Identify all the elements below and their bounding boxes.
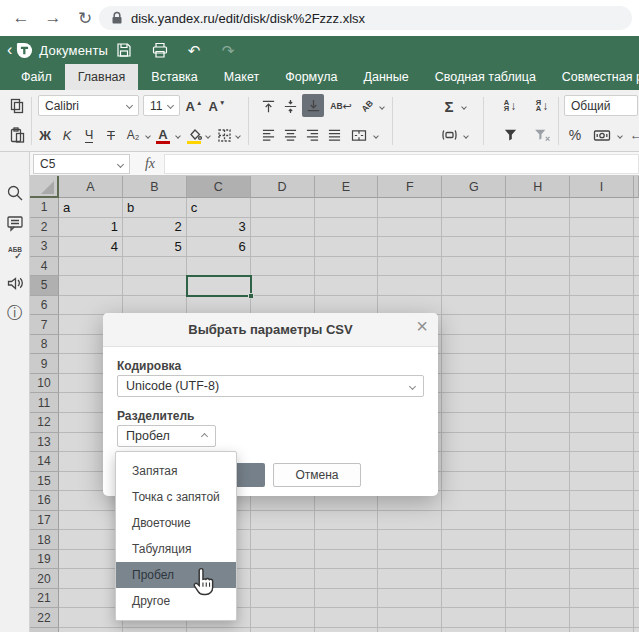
cell-I5[interactable] xyxy=(570,276,634,296)
chevron-down-icon[interactable] xyxy=(235,133,241,139)
font-name-combo[interactable]: Calibri xyxy=(38,95,139,116)
cell-D5[interactable] xyxy=(251,276,315,296)
row-header-8[interactable]: 8 xyxy=(30,335,59,355)
cell-H20[interactable] xyxy=(506,569,570,589)
formula-input[interactable] xyxy=(164,154,639,174)
tab-data[interactable]: Данные xyxy=(351,64,422,90)
cell-H12[interactable] xyxy=(506,413,570,433)
column-header-B[interactable]: B xyxy=(123,176,187,198)
bold-button[interactable]: Ж xyxy=(36,124,54,146)
cell-I18[interactable] xyxy=(570,530,634,550)
cell-H4[interactable] xyxy=(506,257,570,277)
cell-G15[interactable] xyxy=(442,472,506,492)
cell-G6[interactable] xyxy=(442,296,506,316)
cell-G17[interactable] xyxy=(442,511,506,531)
cell-I20[interactable] xyxy=(570,569,634,589)
documents-logo-icon[interactable] xyxy=(16,42,33,59)
browser-back-button[interactable]: ← xyxy=(8,5,34,31)
cell-E21[interactable] xyxy=(315,589,379,609)
chevron-down-icon[interactable] xyxy=(461,104,467,110)
cell-G1[interactable] xyxy=(442,198,506,218)
cell-C2[interactable]: 3 xyxy=(187,218,251,238)
cell-H6[interactable] xyxy=(506,296,570,316)
cell-D22[interactable] xyxy=(251,608,315,628)
paste-button[interactable] xyxy=(6,124,28,146)
text-orientation-button[interactable]: АВ xyxy=(358,95,376,117)
column-header-F[interactable]: F xyxy=(378,176,442,198)
cell-I9[interactable] xyxy=(570,354,634,374)
close-icon[interactable]: × xyxy=(416,315,428,338)
cell-F3[interactable] xyxy=(378,237,442,257)
cell-I11[interactable] xyxy=(570,393,634,413)
cell-D17[interactable] xyxy=(251,511,315,531)
column-header-D[interactable]: D xyxy=(251,176,315,198)
cell-F22[interactable] xyxy=(378,608,442,628)
column-header-C[interactable]: C xyxy=(187,176,251,198)
cell-D23[interactable] xyxy=(251,628,315,632)
encoding-select[interactable]: Unicode (UTF-8) xyxy=(117,375,424,397)
cell-H23[interactable] xyxy=(506,628,570,632)
cell-I6[interactable] xyxy=(570,296,634,316)
subscript-button[interactable]: А₂ xyxy=(122,124,144,146)
cell-E20[interactable] xyxy=(315,569,379,589)
cell-H7[interactable] xyxy=(506,315,570,335)
copy-button[interactable] xyxy=(6,95,28,117)
cell-B2[interactable]: 2 xyxy=(123,218,187,238)
print-button[interactable] xyxy=(150,41,170,59)
row-header-9[interactable]: 9 xyxy=(30,354,59,374)
cell-H19[interactable] xyxy=(506,550,570,570)
row-header-4[interactable]: 4 xyxy=(30,257,59,277)
cell-I16[interactable] xyxy=(570,491,634,511)
cell-F21[interactable] xyxy=(378,589,442,609)
delimiter-option-табуляция[interactable]: Табуляция xyxy=(116,536,236,562)
cell-I7[interactable] xyxy=(570,315,634,335)
browser-forward-button[interactable]: → xyxy=(40,5,66,31)
named-ranges-button[interactable] xyxy=(438,124,460,146)
delimiter-option-точка-с-запятой[interactable]: Точка с запятой xyxy=(116,484,236,510)
cell-I15[interactable] xyxy=(570,472,634,492)
row-header-16[interactable]: 16 xyxy=(30,491,59,511)
row-header-5[interactable]: 5 xyxy=(30,276,59,296)
tab-home[interactable]: Главная xyxy=(65,64,139,90)
vertical-align-bottom-button[interactable] xyxy=(302,94,324,117)
redo-button[interactable]: ↷ xyxy=(218,41,238,59)
cell-E1[interactable] xyxy=(315,198,379,218)
row-header-17[interactable]: 17 xyxy=(30,511,59,531)
cell-D18[interactable] xyxy=(251,530,315,550)
cell-E22[interactable] xyxy=(315,608,379,628)
cancel-button[interactable]: Отмена xyxy=(273,463,361,487)
cell-B23[interactable] xyxy=(123,628,187,632)
borders-button[interactable] xyxy=(214,124,234,146)
cell-G18[interactable] xyxy=(442,530,506,550)
row-header-10[interactable]: 10 xyxy=(30,374,59,394)
cell-I14[interactable] xyxy=(570,452,634,472)
font-size-combo[interactable]: 11 xyxy=(143,95,180,116)
number-format-combo[interactable]: Общий xyxy=(564,95,638,116)
cell-D21[interactable] xyxy=(251,589,315,609)
row-header-21[interactable]: 21 xyxy=(30,589,59,609)
cell-H13[interactable] xyxy=(506,433,570,453)
cell-D1[interactable] xyxy=(251,198,315,218)
cell-A5[interactable] xyxy=(59,276,123,296)
cell-H2[interactable] xyxy=(506,218,570,238)
cell-C4[interactable] xyxy=(187,257,251,277)
cell-F17[interactable] xyxy=(378,511,442,531)
wrap-text-button[interactable]: АВ ↩ xyxy=(328,95,354,117)
app-back-chevron[interactable]: ‹ xyxy=(7,42,12,58)
cell-C3[interactable]: 6 xyxy=(187,237,251,257)
fill-color-button[interactable] xyxy=(184,123,204,145)
cell-A17[interactable] xyxy=(59,511,123,531)
chevron-down-icon[interactable] xyxy=(463,133,469,139)
cell-E23[interactable] xyxy=(315,628,379,632)
cell-H18[interactable] xyxy=(506,530,570,550)
cell-E17[interactable] xyxy=(315,511,379,531)
sort-descending-button[interactable]: ЯА ↓ xyxy=(530,95,554,117)
delimiter-option-другое[interactable]: Другое xyxy=(116,588,236,614)
cell-B5[interactable] xyxy=(123,276,187,296)
cell-G16[interactable] xyxy=(442,491,506,511)
address-bar[interactable]: disk.yandex.ru/edit/disk/disk%2Fzzz.xlsx xyxy=(99,6,632,30)
dialog-header[interactable]: Выбрать параметры CSV × xyxy=(103,313,438,347)
cell-I19[interactable] xyxy=(570,550,634,570)
about-button[interactable]: ⓘ xyxy=(5,303,25,323)
delimiter-option-двоеточие[interactable]: Двоеточие xyxy=(116,510,236,536)
